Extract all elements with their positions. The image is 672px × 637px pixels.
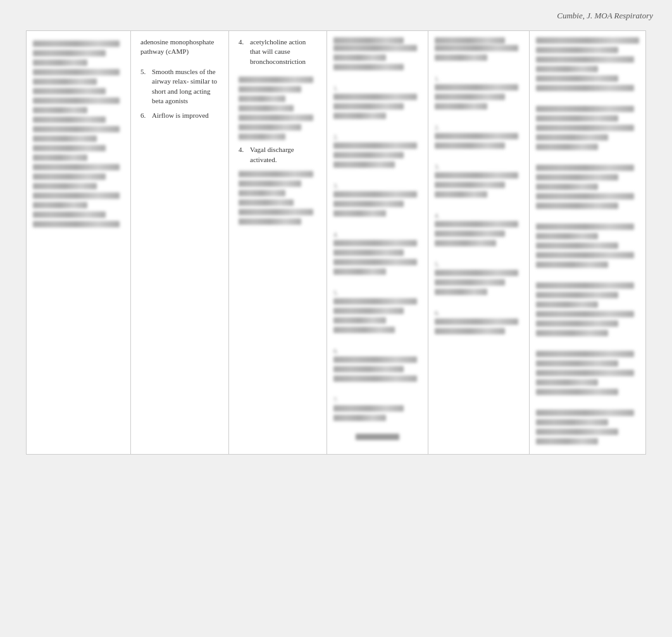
column-5: 1. 2. 3. 4. 5. 6.: [428, 31, 530, 454]
adenosine-text: adenosine monophosphate pathway (cAMP): [140, 38, 214, 55]
list-text-5: Smooth muscles of the airway relax- simi…: [152, 67, 219, 106]
middle-right-column: 4. acetylcholine action that will cause …: [229, 31, 327, 454]
header-area: Cumbie, J. MOA Respiratory: [0, 0, 672, 30]
list-text-6: Airflow is improved: [152, 111, 209, 120]
list-item-4b: 4. Vagal discharge activated.: [239, 145, 317, 165]
list-item-6: 6. Airflow is improved: [140, 111, 219, 120]
list-number-5: 5.: [140, 67, 152, 106]
list-item-adenosine: adenosine monophosphate pathway (cAMP): [140, 37, 219, 57]
left-column: [27, 31, 131, 454]
list-number-4a: 4.: [239, 37, 250, 66]
middle-column: adenosine monophosphate pathway (cAMP) 5…: [131, 31, 229, 454]
column-6: [530, 31, 645, 454]
page-container: adenosine monophosphate pathway (cAMP) 5…: [26, 30, 646, 455]
list-item-5: 5. Smooth muscles of the airway relax- s…: [140, 67, 219, 106]
list-text-4a: acetylcholine action that will cause bro…: [250, 37, 317, 66]
list-item-4a: 4. acetylcholine action that will cause …: [239, 37, 317, 66]
page-title: Cumbie, J. MOA Respiratory: [557, 11, 653, 20]
list-number-4b: 4.: [239, 145, 250, 165]
column-4: 1. 2. 3. 4. 5. 6: [327, 31, 428, 454]
list-text-4b: Vagal discharge activated.: [250, 145, 317, 165]
list-number-6: 6.: [140, 111, 152, 120]
